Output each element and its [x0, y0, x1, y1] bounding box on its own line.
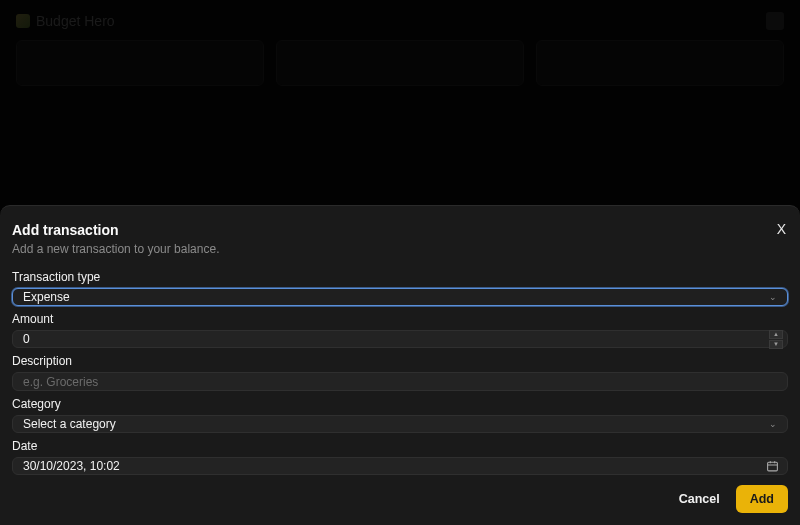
- date-label: Date: [12, 439, 788, 453]
- close-button[interactable]: X: [775, 222, 788, 236]
- date-input[interactable]: 30/10/2023, 10:02: [12, 457, 788, 475]
- chevron-down-icon: ⌄: [769, 419, 777, 429]
- calendar-icon: [766, 459, 779, 472]
- category-value: Select a category: [23, 417, 116, 431]
- number-stepper[interactable]: ▲ ▼: [769, 329, 783, 349]
- stepper-down-icon[interactable]: ▼: [769, 340, 783, 349]
- svg-rect-0: [768, 462, 778, 471]
- date-value: 30/10/2023, 10:02: [23, 459, 120, 473]
- category-label: Category: [12, 397, 788, 411]
- add-button[interactable]: Add: [736, 485, 788, 513]
- transaction-type-label: Transaction type: [12, 270, 788, 284]
- description-label: Description: [12, 354, 788, 368]
- sheet-subtitle: Add a new transaction to your balance.: [12, 242, 219, 256]
- stepper-up-icon[interactable]: ▲: [769, 330, 783, 339]
- category-select[interactable]: Select a category ⌄: [12, 415, 788, 433]
- sheet-footer: Cancel Add: [12, 475, 788, 513]
- amount-label: Amount: [12, 312, 788, 326]
- amount-value: 0: [23, 332, 30, 346]
- description-input[interactable]: [12, 372, 788, 390]
- transaction-type-value: Expense: [23, 290, 70, 304]
- transaction-type-select[interactable]: Expense ⌄: [12, 288, 788, 306]
- sheet-title: Add transaction: [12, 222, 219, 238]
- cancel-button[interactable]: Cancel: [675, 486, 724, 512]
- add-transaction-sheet: Add transaction Add a new transaction to…: [0, 205, 800, 525]
- chevron-down-icon: ⌄: [769, 292, 777, 302]
- amount-input[interactable]: 0 ▲ ▼: [12, 330, 788, 348]
